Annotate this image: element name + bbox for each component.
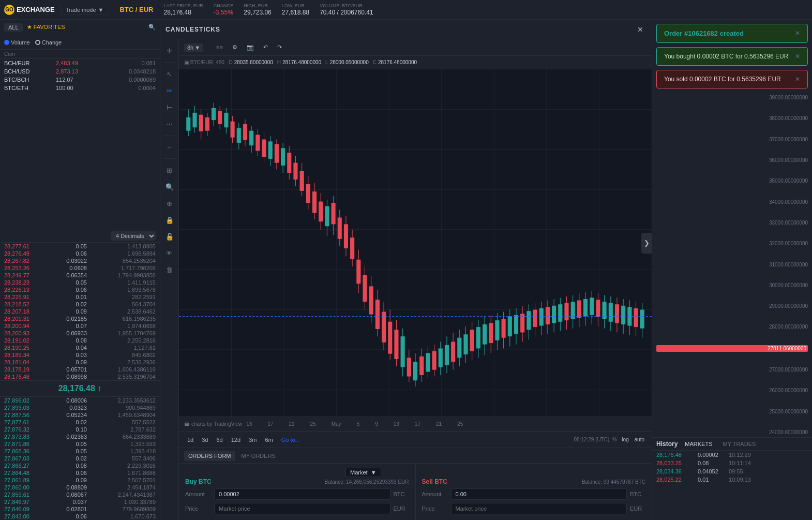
close-chart-button[interactable]: ✕: [634, 23, 646, 36]
table-row[interactable]: 27,877.610.02557.5522: [0, 419, 160, 426]
table-row[interactable]: 27,893.030.0323900.944869: [0, 404, 160, 411]
eye-button[interactable]: 👁: [162, 246, 177, 260]
market-type-selector[interactable]: Market ▼: [345, 468, 381, 477]
table-row[interactable]: 28,191.020.082,255.2816: [0, 337, 160, 344]
list-item[interactable]: BTC/BCH 112.07 0.0000089: [0, 76, 160, 84]
my-orders-tab[interactable]: MY ORDERS: [237, 451, 280, 461]
coin-name: BTC/BCH: [4, 77, 56, 83]
timeframe-1d-button[interactable]: 1d: [184, 436, 197, 444]
svg-rect-49: [287, 153, 291, 173]
table-row[interactable]: 28,178.190.057011,606.4386119: [0, 366, 160, 373]
table-row[interactable]: 28,190.250.041,127.61: [0, 344, 160, 351]
fibonacci-tool-button[interactable]: ⋯: [162, 116, 177, 131]
table-row[interactable]: 28,200.940.071,974.0658: [0, 322, 160, 330]
trade-mode-button[interactable]: Trade mode ▼: [60, 5, 110, 15]
svg-rect-129: [539, 308, 544, 326]
chart-body[interactable]: ❯: [179, 69, 652, 417]
expand-chart-button[interactable]: ❯: [641, 233, 652, 254]
close-notification-button[interactable]: ✕: [795, 29, 800, 37]
lock-open-button[interactable]: 🔓: [162, 229, 177, 244]
close-sold-notification-button[interactable]: ✕: [795, 76, 800, 83]
table-row[interactable]: 28,253.260.06081,717.798208: [0, 264, 160, 272]
redo-button[interactable]: ↷: [274, 43, 285, 52]
auto-button[interactable]: auto: [633, 436, 646, 443]
timeframe-6m-button[interactable]: 6m: [262, 436, 276, 444]
list-item[interactable]: BCH/USD 2,873.13 0.0348218: [0, 67, 160, 76]
table-row[interactable]: 28,238.230.051,411.9115: [0, 279, 160, 286]
table-row[interactable]: 27,861.890.092,507.5701: [0, 477, 160, 484]
table-row[interactable]: 28,034.36 0.04052 09:55: [652, 467, 812, 476]
favorites-button[interactable]: ★ FAVORITES: [27, 24, 65, 31]
table-row[interactable]: 27,864.480.061,671.8688: [0, 469, 160, 477]
table-row[interactable]: 28,176.48 0.00002 10:12:29: [652, 451, 812, 459]
decimals-select[interactable]: 4 Decimals 2 Decimals 6 Decimals: [111, 231, 156, 241]
table-row[interactable]: 27,868.360.051,393.418: [0, 448, 160, 455]
back-button[interactable]: ←: [162, 140, 177, 154]
table-row[interactable]: 27,846.090.02801779.9689809: [0, 506, 160, 513]
undo-button[interactable]: ↶: [260, 43, 271, 52]
table-row[interactable]: 28,200.930.069331,955.1704769: [0, 330, 160, 337]
cursor-tool-button[interactable]: ↖: [162, 67, 177, 81]
svg-rect-67: [344, 224, 348, 248]
table-row[interactable]: 27,887.560.052341,459.6348904: [0, 411, 160, 419]
list-item[interactable]: BTC/ETH 100.00 0.0004: [0, 84, 160, 92]
goto-button[interactable]: Go to...: [278, 436, 303, 444]
change-radio[interactable]: Change: [35, 39, 62, 46]
table-row[interactable]: 28,033.25 0.08 10:11:14: [652, 459, 812, 467]
settings-button[interactable]: ⚙: [229, 43, 240, 52]
table-row[interactable]: 28,189.340.03845.6802: [0, 351, 160, 359]
screenshot-button[interactable]: 📷: [244, 43, 257, 52]
table-row[interactable]: 28,025.22 0.01 10:09:13: [652, 476, 812, 484]
table-row[interactable]: 27,876.320.102,787.632: [0, 426, 160, 433]
table-row[interactable]: 27,896.020.080062,233.3553612: [0, 397, 160, 404]
table-row[interactable]: 28,225.910.01282.2591: [0, 293, 160, 301]
table-row[interactable]: 28,249.770.063541,794.9903858: [0, 272, 160, 279]
table-row[interactable]: 27,873.830.02383664.2333689: [0, 433, 160, 440]
sell-amount-input[interactable]: [451, 488, 627, 500]
orders-form-tab[interactable]: ORDERS FORM: [184, 451, 235, 461]
pencil-tool-button[interactable]: ✏: [162, 83, 177, 98]
buy-amount-input[interactable]: [214, 488, 390, 500]
zoom-button[interactable]: 🔍: [162, 180, 177, 194]
close-bought-notification-button[interactable]: ✕: [795, 53, 800, 60]
sell-price-input[interactable]: [451, 503, 627, 514]
table-row[interactable]: 27,860.000.088092,454.1874: [0, 484, 160, 491]
table-row[interactable]: 27,843.000.061,670.673: [0, 513, 160, 520]
markets-tab[interactable]: MARKETS: [682, 440, 715, 448]
change-label: Change: [214, 3, 234, 8]
trade-mode-label: Trade mode: [66, 7, 96, 13]
crosshair-tool-button[interactable]: ✛: [162, 43, 177, 58]
table-row[interactable]: 27,871.860.051,393.593: [0, 440, 160, 448]
indicator-button[interactable]: ⊞: [162, 163, 177, 177]
timeframe-selector[interactable]: 8h ▼: [184, 43, 203, 52]
table-row[interactable]: 28,181.040.092,536.2936: [0, 359, 160, 366]
table-row[interactable]: 28,226.130.061,693.5678: [0, 286, 160, 293]
timeframe-12d-button[interactable]: 12d: [228, 436, 244, 444]
timeframe-6d-button[interactable]: 6d: [214, 436, 226, 444]
table-row[interactable]: 28,176.480.089982,535.3196704: [0, 373, 160, 380]
ruler-tool-button[interactable]: ⊢: [162, 100, 177, 114]
all-button[interactable]: ALL: [4, 23, 23, 32]
table-row[interactable]: 28,218.520.02564.3704: [0, 301, 160, 308]
trash-button[interactable]: 🗑: [162, 262, 177, 277]
magnet-button[interactable]: ⊕: [162, 196, 177, 211]
list-item[interactable]: BCH/EUR 2,483.49 0.081: [0, 59, 160, 67]
timeframe-3m-button[interactable]: 3m: [246, 436, 260, 444]
volume-radio[interactable]: Volume: [4, 39, 30, 46]
table-row[interactable]: 27,867.030.02557.3406: [0, 455, 160, 462]
search-icon[interactable]: 🔍: [148, 24, 156, 31]
table-row[interactable]: 27,859.610.080672,247.4341387: [0, 491, 160, 498]
candle-type-button[interactable]: ≡≡: [213, 43, 226, 52]
table-row[interactable]: 28,277.610.051,413.8805: [0, 243, 160, 250]
log-button[interactable]: log: [620, 436, 630, 443]
buy-price-input[interactable]: [214, 503, 390, 514]
timeframe-3d-button[interactable]: 3d: [199, 436, 211, 444]
table-row[interactable]: 27,846.970.0371,030.33789: [0, 498, 160, 506]
my-trades-tab[interactable]: MY TRADES: [720, 440, 759, 448]
lock-button[interactable]: 🔒: [162, 213, 177, 227]
table-row[interactable]: 28,276.490.061,696.5894: [0, 250, 160, 257]
table-row[interactable]: 28,201.310.02185616.1986235: [0, 315, 160, 322]
table-row[interactable]: 28,267.820.03022854.2535204: [0, 257, 160, 264]
table-row[interactable]: 28,207.180.092,538.6462: [0, 308, 160, 315]
table-row[interactable]: 27,866.270.082,229.3016: [0, 462, 160, 469]
